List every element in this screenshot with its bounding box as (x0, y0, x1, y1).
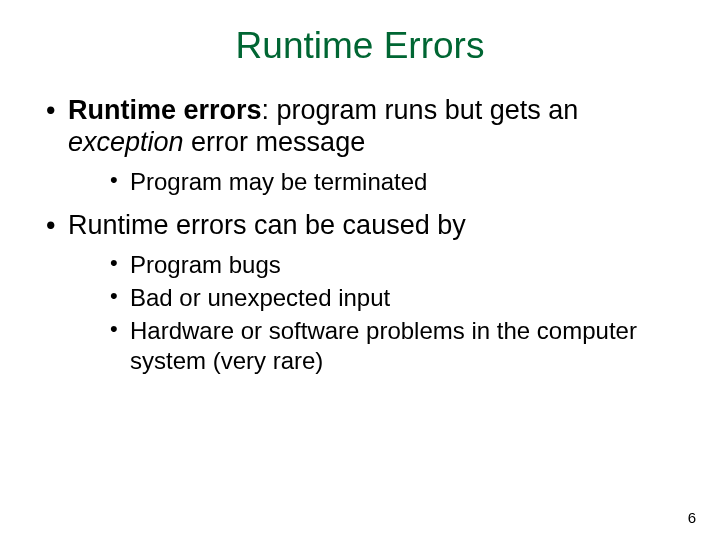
slide-title: Runtime Errors (40, 25, 680, 67)
bullet-2-sub-3: Hardware or software problems in the com… (68, 316, 680, 375)
bullet-1-sub-1: Program may be terminated (68, 167, 680, 196)
bullet-1-term: Runtime errors (68, 95, 262, 125)
bullet-1-seg1: : program runs but gets an (262, 95, 579, 125)
slide: Runtime Errors Runtime errors: program r… (0, 0, 720, 540)
bullet-2: Runtime errors can be caused by Program … (40, 210, 680, 375)
bullet-list: Runtime errors: program runs but gets an… (40, 95, 680, 375)
page-number: 6 (688, 509, 696, 526)
bullet-1: Runtime errors: program runs but gets an… (40, 95, 680, 196)
bullet-1-sublist: Program may be terminated (68, 167, 680, 196)
bullet-2-sublist: Program bugs Bad or unexpected input Har… (68, 250, 680, 375)
bullet-2-sub-2: Bad or unexpected input (68, 283, 680, 312)
bullet-2-sub-1: Program bugs (68, 250, 680, 279)
bullet-1-seg2: error message (184, 127, 366, 157)
bullet-2-text: Runtime errors can be caused by (68, 210, 466, 240)
bullet-1-italic: exception (68, 127, 184, 157)
